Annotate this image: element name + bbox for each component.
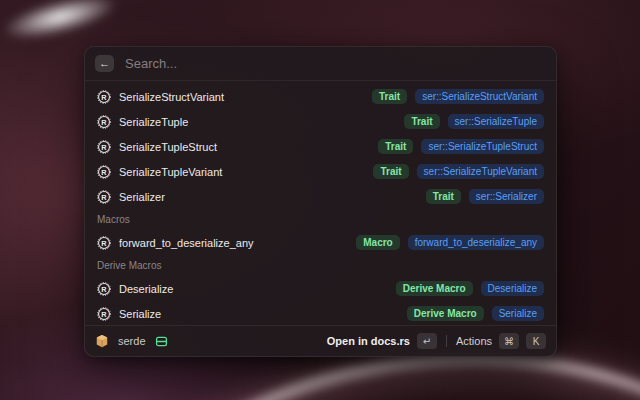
- search-palette-window: ← R SerializeStructVariant Trait ser::Se…: [84, 46, 557, 357]
- path-badge: ser::SerializeTuple: [448, 114, 544, 129]
- result-row[interactable]: R SerializeTupleVariant Trait ser::Seria…: [93, 159, 548, 184]
- svg-text:R: R: [101, 192, 107, 201]
- result-row[interactable]: R Serializer Trait ser::Serializer: [93, 184, 548, 209]
- rust-logo-icon: R: [97, 307, 111, 321]
- kind-badge: Derive Macro: [396, 281, 473, 296]
- result-row[interactable]: R SerializeTuple Trait ser::SerializeTup…: [93, 109, 548, 134]
- svg-text:R: R: [101, 238, 107, 247]
- path-badge: forward_to_deserialize_any: [408, 235, 544, 250]
- rust-logo-icon: R: [97, 190, 111, 204]
- results-list: R SerializeStructVariant Trait ser::Seri…: [85, 81, 556, 325]
- result-name: SerializeTuple: [119, 116, 188, 128]
- rust-logo-icon: R: [97, 165, 111, 179]
- path-badge: Serialize: [492, 306, 544, 321]
- search-input[interactable]: [123, 55, 546, 72]
- wallpaper-arc-hotspot: [0, 0, 122, 48]
- svg-text:R: R: [101, 92, 107, 101]
- enter-keycap: ↵: [417, 333, 437, 349]
- path-badge: ser::SerializeTupleStruct: [421, 139, 544, 154]
- result-name: Serialize: [119, 308, 161, 320]
- search-bar: ←: [85, 47, 556, 81]
- result-row[interactable]: R Deserialize Derive Macro Deserialize: [93, 276, 548, 301]
- result-row[interactable]: R Serialize Derive Macro Serialize: [93, 301, 548, 325]
- kind-badge: Trait: [404, 114, 439, 129]
- rust-logo-icon: R: [97, 115, 111, 129]
- svg-text:R: R: [101, 117, 107, 126]
- rust-logo-icon: R: [97, 282, 111, 296]
- svg-text:R: R: [101, 284, 107, 293]
- k-keycap: K: [526, 333, 546, 349]
- cmd-keycap: ⌘: [499, 333, 519, 349]
- package-icon: [95, 334, 109, 348]
- arrow-left-icon: ←: [99, 55, 110, 72]
- path-badge: Deserialize: [481, 281, 544, 296]
- kind-badge: Derive Macro: [407, 306, 484, 321]
- open-in-docs-button[interactable]: Open in docs.rs: [327, 335, 410, 347]
- result-name: forward_to_deserialize_any: [119, 237, 254, 249]
- result-name: SerializeStructVariant: [119, 91, 224, 103]
- svg-text:R: R: [101, 167, 107, 176]
- svg-text:R: R: [101, 142, 107, 151]
- footer-divider: [446, 335, 447, 347]
- result-name: Deserialize: [119, 283, 173, 295]
- path-badge: ser::Serializer: [469, 189, 544, 204]
- path-badge: ser::SerializeStructVariant: [415, 89, 544, 104]
- result-row[interactable]: R forward_to_deserialize_any Macro forwa…: [93, 230, 548, 255]
- kind-badge: Trait: [426, 189, 461, 204]
- rust-logo-icon: R: [97, 140, 111, 154]
- rust-logo-icon: R: [97, 90, 111, 104]
- path-badge: ser::SerializeTupleVariant: [417, 164, 544, 179]
- actions-button[interactable]: Actions: [456, 335, 492, 347]
- kind-badge: Trait: [373, 164, 408, 179]
- kind-badge: Macro: [356, 235, 399, 250]
- result-row[interactable]: R SerializeStructVariant Trait ser::Seri…: [93, 84, 548, 109]
- result-name: SerializeTupleVariant: [119, 166, 222, 178]
- svg-text:R: R: [101, 309, 107, 318]
- kind-badge: Trait: [372, 89, 407, 104]
- docs-book-icon: [155, 334, 169, 348]
- crate-name-label: serde: [118, 335, 146, 347]
- result-name: Serializer: [119, 191, 165, 203]
- footer-bar: serde Open in docs.rs ↵ Actions ⌘ K: [85, 325, 556, 356]
- section-header: Macros: [93, 209, 548, 230]
- result-name: SerializeTupleStruct: [119, 141, 217, 153]
- result-row[interactable]: R SerializeTupleStruct Trait ser::Serial…: [93, 134, 548, 159]
- rust-logo-icon: R: [97, 236, 111, 250]
- section-header: Derive Macros: [93, 255, 548, 276]
- kind-badge: Trait: [378, 139, 413, 154]
- back-button[interactable]: ←: [95, 55, 114, 72]
